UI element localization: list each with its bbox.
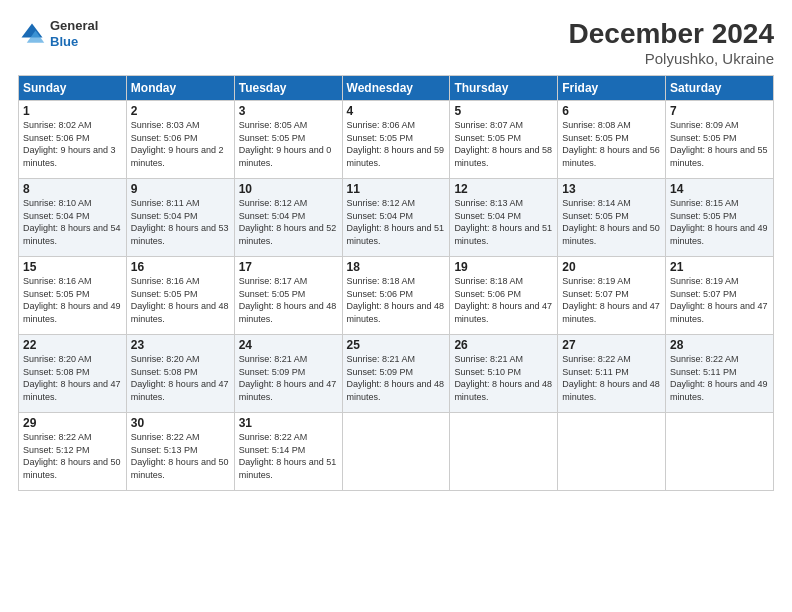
daylight-label: Daylight: 8 hours and 59 minutes. xyxy=(347,145,445,168)
sunset-label: Sunset: 5:05 PM xyxy=(562,133,629,143)
table-row: 13 Sunrise: 8:14 AM Sunset: 5:05 PM Dayl… xyxy=(558,179,666,257)
sunset-label: Sunset: 5:08 PM xyxy=(23,367,90,377)
day-info: Sunrise: 8:12 AM Sunset: 5:04 PM Dayligh… xyxy=(347,197,446,247)
day-info: Sunrise: 8:22 AM Sunset: 5:13 PM Dayligh… xyxy=(131,431,230,481)
table-row: 6 Sunrise: 8:08 AM Sunset: 5:05 PM Dayli… xyxy=(558,101,666,179)
daylight-label: Daylight: 8 hours and 53 minutes. xyxy=(131,223,229,246)
sunrise-label: Sunrise: 8:20 AM xyxy=(131,354,200,364)
day-number: 24 xyxy=(239,338,338,352)
table-row: 23 Sunrise: 8:20 AM Sunset: 5:08 PM Dayl… xyxy=(126,335,234,413)
daylight-label: Daylight: 8 hours and 48 minutes. xyxy=(131,301,229,324)
logo-blue-text: Blue xyxy=(50,34,78,49)
day-info: Sunrise: 8:17 AM Sunset: 5:05 PM Dayligh… xyxy=(239,275,338,325)
sunrise-label: Sunrise: 8:18 AM xyxy=(454,276,523,286)
sunrise-label: Sunrise: 8:10 AM xyxy=(23,198,92,208)
daylight-label: Daylight: 8 hours and 47 minutes. xyxy=(454,301,552,324)
day-number: 8 xyxy=(23,182,122,196)
day-info: Sunrise: 8:07 AM Sunset: 5:05 PM Dayligh… xyxy=(454,119,553,169)
day-number: 13 xyxy=(562,182,661,196)
day-number: 17 xyxy=(239,260,338,274)
sunrise-label: Sunrise: 8:21 AM xyxy=(347,354,416,364)
sunrise-label: Sunrise: 8:06 AM xyxy=(347,120,416,130)
table-row xyxy=(342,413,450,491)
day-info: Sunrise: 8:02 AM Sunset: 5:06 PM Dayligh… xyxy=(23,119,122,169)
sunset-label: Sunset: 5:05 PM xyxy=(347,133,414,143)
table-row: 7 Sunrise: 8:09 AM Sunset: 5:05 PM Dayli… xyxy=(666,101,774,179)
table-row: 22 Sunrise: 8:20 AM Sunset: 5:08 PM Dayl… xyxy=(19,335,127,413)
table-row: 12 Sunrise: 8:13 AM Sunset: 5:04 PM Dayl… xyxy=(450,179,558,257)
header-thursday: Thursday xyxy=(450,76,558,101)
sunrise-label: Sunrise: 8:15 AM xyxy=(670,198,739,208)
sunset-label: Sunset: 5:06 PM xyxy=(23,133,90,143)
sunrise-label: Sunrise: 8:09 AM xyxy=(670,120,739,130)
day-info: Sunrise: 8:16 AM Sunset: 5:05 PM Dayligh… xyxy=(131,275,230,325)
calendar-week-row: 8 Sunrise: 8:10 AM Sunset: 5:04 PM Dayli… xyxy=(19,179,774,257)
table-row: 29 Sunrise: 8:22 AM Sunset: 5:12 PM Dayl… xyxy=(19,413,127,491)
sunrise-label: Sunrise: 8:16 AM xyxy=(23,276,92,286)
day-number: 16 xyxy=(131,260,230,274)
day-info: Sunrise: 8:21 AM Sunset: 5:09 PM Dayligh… xyxy=(347,353,446,403)
logo: General Blue xyxy=(18,18,98,49)
daylight-label: Daylight: 8 hours and 48 minutes. xyxy=(562,379,660,402)
title-block: December 2024 Polyushko, Ukraine xyxy=(569,18,774,67)
sunset-label: Sunset: 5:04 PM xyxy=(23,211,90,221)
calendar-title: December 2024 xyxy=(569,18,774,50)
daylight-label: Daylight: 8 hours and 50 minutes. xyxy=(562,223,660,246)
table-row xyxy=(558,413,666,491)
table-row: 18 Sunrise: 8:18 AM Sunset: 5:06 PM Dayl… xyxy=(342,257,450,335)
day-info: Sunrise: 8:03 AM Sunset: 5:06 PM Dayligh… xyxy=(131,119,230,169)
sunrise-label: Sunrise: 8:22 AM xyxy=(131,432,200,442)
table-row: 24 Sunrise: 8:21 AM Sunset: 5:09 PM Dayl… xyxy=(234,335,342,413)
day-number: 14 xyxy=(670,182,769,196)
table-row: 19 Sunrise: 8:18 AM Sunset: 5:06 PM Dayl… xyxy=(450,257,558,335)
day-info: Sunrise: 8:20 AM Sunset: 5:08 PM Dayligh… xyxy=(23,353,122,403)
sunset-label: Sunset: 5:12 PM xyxy=(23,445,90,455)
table-row: 31 Sunrise: 8:22 AM Sunset: 5:14 PM Dayl… xyxy=(234,413,342,491)
day-info: Sunrise: 8:22 AM Sunset: 5:11 PM Dayligh… xyxy=(562,353,661,403)
daylight-label: Daylight: 8 hours and 51 minutes. xyxy=(347,223,445,246)
table-row: 8 Sunrise: 8:10 AM Sunset: 5:04 PM Dayli… xyxy=(19,179,127,257)
sunrise-label: Sunrise: 8:19 AM xyxy=(562,276,631,286)
calendar-page: General Blue December 2024 Polyushko, Uk… xyxy=(0,0,792,612)
daylight-label: Daylight: 8 hours and 52 minutes. xyxy=(239,223,337,246)
daylight-label: Daylight: 8 hours and 49 minutes. xyxy=(670,223,768,246)
sunset-label: Sunset: 5:14 PM xyxy=(239,445,306,455)
sunrise-label: Sunrise: 8:07 AM xyxy=(454,120,523,130)
sunset-label: Sunset: 5:05 PM xyxy=(239,289,306,299)
table-row: 11 Sunrise: 8:12 AM Sunset: 5:04 PM Dayl… xyxy=(342,179,450,257)
sunset-label: Sunset: 5:10 PM xyxy=(454,367,521,377)
day-info: Sunrise: 8:19 AM Sunset: 5:07 PM Dayligh… xyxy=(562,275,661,325)
sunrise-label: Sunrise: 8:22 AM xyxy=(562,354,631,364)
sunrise-label: Sunrise: 8:21 AM xyxy=(239,354,308,364)
day-info: Sunrise: 8:22 AM Sunset: 5:12 PM Dayligh… xyxy=(23,431,122,481)
table-row: 21 Sunrise: 8:19 AM Sunset: 5:07 PM Dayl… xyxy=(666,257,774,335)
calendar-subtitle: Polyushko, Ukraine xyxy=(569,50,774,67)
table-row xyxy=(450,413,558,491)
day-info: Sunrise: 8:21 AM Sunset: 5:10 PM Dayligh… xyxy=(454,353,553,403)
sunset-label: Sunset: 5:07 PM xyxy=(670,289,737,299)
header-wednesday: Wednesday xyxy=(342,76,450,101)
sunrise-label: Sunrise: 8:20 AM xyxy=(23,354,92,364)
sunset-label: Sunset: 5:06 PM xyxy=(454,289,521,299)
table-row: 17 Sunrise: 8:17 AM Sunset: 5:05 PM Dayl… xyxy=(234,257,342,335)
day-number: 29 xyxy=(23,416,122,430)
sunset-label: Sunset: 5:05 PM xyxy=(562,211,629,221)
sunrise-label: Sunrise: 8:08 AM xyxy=(562,120,631,130)
table-row: 16 Sunrise: 8:16 AM Sunset: 5:05 PM Dayl… xyxy=(126,257,234,335)
header: General Blue December 2024 Polyushko, Uk… xyxy=(18,18,774,67)
calendar-week-row: 1 Sunrise: 8:02 AM Sunset: 5:06 PM Dayli… xyxy=(19,101,774,179)
sunset-label: Sunset: 5:07 PM xyxy=(562,289,629,299)
table-row: 28 Sunrise: 8:22 AM Sunset: 5:11 PM Dayl… xyxy=(666,335,774,413)
day-info: Sunrise: 8:08 AM Sunset: 5:05 PM Dayligh… xyxy=(562,119,661,169)
day-number: 5 xyxy=(454,104,553,118)
day-number: 11 xyxy=(347,182,446,196)
calendar-week-row: 22 Sunrise: 8:20 AM Sunset: 5:08 PM Dayl… xyxy=(19,335,774,413)
daylight-label: Daylight: 8 hours and 49 minutes. xyxy=(670,379,768,402)
table-row: 4 Sunrise: 8:06 AM Sunset: 5:05 PM Dayli… xyxy=(342,101,450,179)
sunrise-label: Sunrise: 8:22 AM xyxy=(23,432,92,442)
daylight-label: Daylight: 8 hours and 49 minutes. xyxy=(23,301,121,324)
table-row: 15 Sunrise: 8:16 AM Sunset: 5:05 PM Dayl… xyxy=(19,257,127,335)
daylight-label: Daylight: 8 hours and 50 minutes. xyxy=(131,457,229,480)
daylight-label: Daylight: 8 hours and 55 minutes. xyxy=(670,145,768,168)
sunset-label: Sunset: 5:05 PM xyxy=(131,289,198,299)
